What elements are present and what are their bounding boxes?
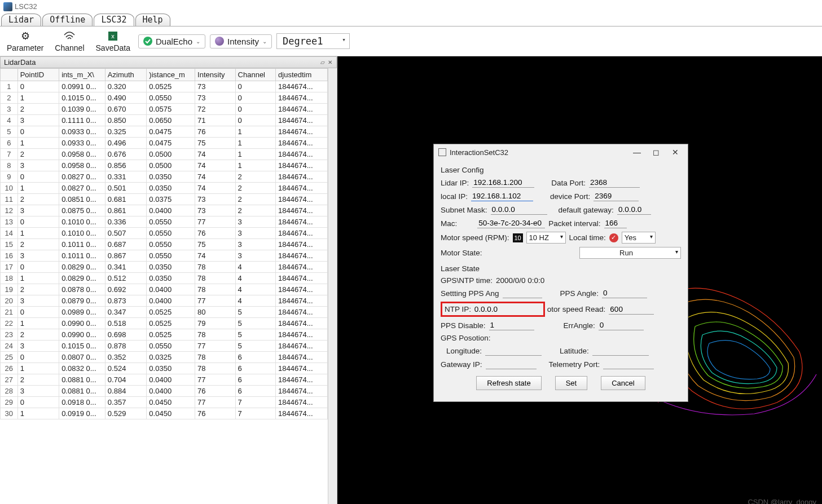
gateway-field[interactable] xyxy=(617,205,651,215)
table-row[interactable]: 2500.0807 0...0.3520.03257861844674... xyxy=(1,352,328,363)
cancel-button[interactable]: Cancel xyxy=(601,376,645,390)
table-row[interactable]: 1010.0827 0...0.5010.03507421844674... xyxy=(1,183,328,194)
dualecho-label: DualEcho xyxy=(156,37,192,46)
setting-pps-ang-field[interactable] xyxy=(503,288,542,298)
table-row[interactable]: 3010.0919 0...0.5290.04507671844674... xyxy=(1,408,328,419)
table-row[interactable]: 1300.1010 0...0.3360.05507731844674... xyxy=(1,216,328,228)
table-row[interactable]: 2900.0918 0...0.3570.04507771844674... xyxy=(1,397,328,408)
device-port-field[interactable] xyxy=(594,191,639,201)
local-time-select[interactable]: Yes xyxy=(622,232,656,244)
table-row[interactable]: 830.0958 0...0.8560.05007411844674... xyxy=(1,160,328,171)
dialog-titlebar[interactable]: InteractionSetC32 — ◻ ✕ xyxy=(434,144,688,160)
mac-field[interactable] xyxy=(477,218,545,228)
motor-speed-read-field[interactable] xyxy=(609,304,654,315)
table-row[interactable]: 2720.0881 0...0.7040.04007761844674... xyxy=(1,374,328,386)
column-header[interactable]: )istance_m xyxy=(147,69,195,81)
lidar-data-table[interactable]: PointIDints_m_X\Azimuth)istance_mIntensi… xyxy=(0,68,328,419)
table-row[interactable]: 1630.1011 0...0.8670.05507431844674... xyxy=(1,250,328,262)
column-header[interactable]: PointID xyxy=(17,69,59,81)
setting-pps-ang-label: Settting PPS Ang xyxy=(441,289,499,298)
column-header[interactable]: Intensity xyxy=(195,69,235,81)
table-row[interactable]: 210.1015 0...0.4900.05507301844674... xyxy=(1,92,328,104)
pps-disable-field[interactable] xyxy=(489,320,534,330)
column-header[interactable]: djustedtim xyxy=(276,69,328,81)
table-row[interactable]: 900.0827 0...0.3310.03507421844674... xyxy=(1,171,328,183)
motor-speed-select[interactable]: 10 HZ xyxy=(526,232,566,244)
motor-state-label: Motor State: xyxy=(441,249,482,257)
pps-angle-field[interactable] xyxy=(602,288,647,298)
motor-state-select[interactable]: Run xyxy=(579,247,681,259)
packet-interval-label: Packet interval: xyxy=(548,219,600,228)
err-angle-field[interactable] xyxy=(599,320,644,330)
gps-ntp-time-label: GPS\NTP time: xyxy=(441,276,493,285)
table-row[interactable]: 2210.0990 0...0.5180.05257951844674... xyxy=(1,318,328,329)
savedata-label: SaveData xyxy=(96,43,130,52)
subnet-field[interactable] xyxy=(491,205,547,215)
table-row[interactable]: 320.1039 0...0.6700.05757201844674... xyxy=(1,104,328,115)
refresh-state-button[interactable]: Refresh state xyxy=(476,376,541,390)
packet-interval-field[interactable] xyxy=(604,218,627,228)
table-row[interactable]: 430.1111 0...0.8500.06507101844674... xyxy=(1,115,328,126)
table-row[interactable]: 2030.0879 0...0.8730.04007741844674... xyxy=(1,295,328,307)
tab-lidar[interactable]: Lidar xyxy=(1,14,41,26)
longitude-label: Longitude: xyxy=(446,347,482,355)
tab-help[interactable]: Help xyxy=(135,14,170,26)
column-header[interactable]: Channel xyxy=(235,69,275,81)
parameter-button[interactable]: ⚙ Parameter xyxy=(3,29,47,54)
chevron-down-icon: ⌄ xyxy=(196,38,200,45)
column-header[interactable]: Azimuth xyxy=(105,69,147,81)
close-button[interactable]: ✕ xyxy=(667,148,683,157)
dialog-icon xyxy=(438,148,446,156)
tab-offline[interactable]: Offline xyxy=(42,14,93,26)
table-row[interactable]: 2430.1015 0...0.8780.05507751844674... xyxy=(1,341,328,352)
intensity-combo[interactable]: Intensity ⌄ xyxy=(210,34,272,48)
chevron-down-icon: ⌄ xyxy=(262,38,267,45)
dialog-title: InteractionSetC32 xyxy=(450,148,508,157)
set-button[interactable]: Set xyxy=(555,376,588,390)
longitude-field[interactable] xyxy=(485,346,542,356)
table-row[interactable]: 2320.0990 0...0.6980.05257851844674... xyxy=(1,329,328,341)
table-row[interactable]: 610.0933 0...0.4960.04757511844674... xyxy=(1,138,328,149)
savedata-button[interactable]: x SaveData xyxy=(93,29,134,54)
gps-position-header: GPS Posotion: xyxy=(441,334,681,342)
ntp-ip-field[interactable] xyxy=(473,304,541,314)
table-row[interactable]: 1810.0829 0...0.5120.03507841844674... xyxy=(1,273,328,284)
column-header[interactable]: ints_m_X\ xyxy=(59,69,106,81)
dualecho-combo[interactable]: DualEcho ⌄ xyxy=(138,34,205,48)
app-icon xyxy=(3,2,12,11)
sphere-icon xyxy=(215,37,224,46)
lidardata-panel-header: LidarData ▱ ✕ xyxy=(0,56,337,68)
telemetry-port-label: Telemetry Port: xyxy=(549,360,600,369)
lidar-ip-field[interactable] xyxy=(472,178,534,188)
parameter-label: Parameter xyxy=(7,43,43,52)
table-row[interactable]: 2830.0881 0...0.8840.04007661844674... xyxy=(1,386,328,397)
table-row[interactable]: 1410.1010 0...0.5070.05507631844674... xyxy=(1,228,328,239)
table-row[interactable]: 1120.0851 0...0.6810.03757321844674... xyxy=(1,194,328,205)
local-ip-field[interactable] xyxy=(471,191,533,201)
table-row[interactable]: 1920.0878 0...0.6920.04007841844674... xyxy=(1,284,328,295)
table-row[interactable]: 500.0933 0...0.3250.04757611844674... xyxy=(1,126,328,138)
window-title: LSC32 xyxy=(15,0,37,14)
check-icon: ✓ xyxy=(609,233,618,242)
maximize-button[interactable]: ◻ xyxy=(648,148,664,157)
latitude-field[interactable] xyxy=(592,346,649,356)
table-row[interactable]: 2100.0989 0...0.3470.05258051844674... xyxy=(1,307,328,318)
data-port-field[interactable] xyxy=(589,178,640,188)
local-ip-label: local IP: xyxy=(441,192,468,201)
telemetry-port-field[interactable] xyxy=(603,359,654,369)
gateway-ip-field[interactable] xyxy=(486,359,537,369)
panel-controls[interactable]: ▱ ✕ xyxy=(320,59,333,65)
channel-label: Channel xyxy=(55,43,84,52)
table-row[interactable]: 1700.0829 0...0.3410.03507841844674... xyxy=(1,262,328,273)
table-row[interactable]: 100.0991 0...0.3200.05257301844674... xyxy=(1,81,328,92)
minimize-button[interactable]: — xyxy=(629,148,645,157)
vertical-scrollbar[interactable] xyxy=(328,68,337,504)
table-row[interactable]: 720.0958 0...0.6760.05007411844674... xyxy=(1,149,328,160)
channel-button[interactable]: Channel xyxy=(51,29,87,54)
panel-title: LidarData xyxy=(4,58,36,67)
table-row[interactable]: 1520.1011 0...0.6870.05507531844674... xyxy=(1,239,328,250)
table-row[interactable]: 1230.0875 0...0.8610.04007321844674... xyxy=(1,205,328,216)
table-row[interactable]: 2610.0832 0...0.5240.03507861844674... xyxy=(1,363,328,374)
tab-lsc32[interactable]: LSC32 xyxy=(94,14,134,26)
degree-combo[interactable]: Degree1 xyxy=(276,33,350,49)
